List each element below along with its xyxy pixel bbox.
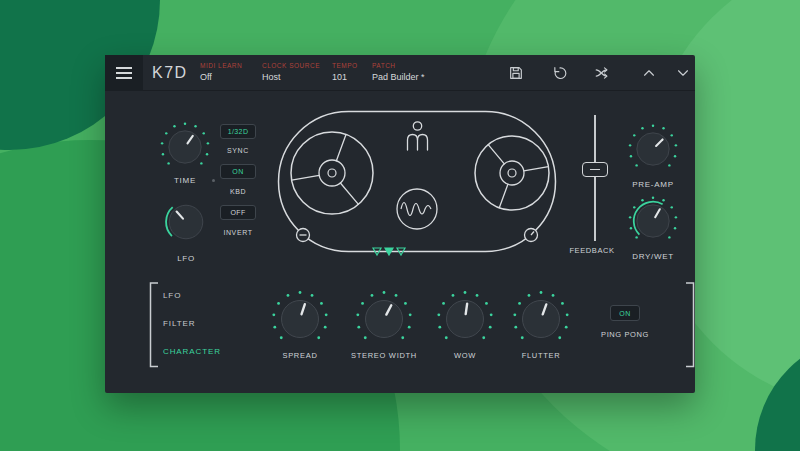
midi-learn-value[interactable]: Off: [200, 72, 212, 82]
tempo-label: TEMPO: [332, 62, 358, 69]
wow-knob[interactable]: [433, 287, 497, 351]
section-bracket-left: [149, 282, 159, 368]
invert-label: INVERT: [220, 229, 256, 236]
tempo-value[interactable]: 101: [332, 72, 347, 82]
patch-value[interactable]: Pad Builder *: [372, 72, 425, 82]
feedback-slider-track: [594, 115, 596, 241]
time-knob[interactable]: [157, 119, 213, 175]
clock-source-field: CLOCK SOURCE Host: [262, 55, 328, 91]
undo-icon[interactable]: [552, 65, 568, 81]
tab-filter[interactable]: FILTER: [163, 319, 195, 328]
tab-character[interactable]: CHARACTER: [163, 347, 221, 356]
lfo-knob-label: LFO: [157, 254, 215, 263]
invert-button[interactable]: OFF: [220, 205, 256, 220]
spread-label: SPREAD: [260, 351, 340, 360]
dry-wet-label: DRY/WET: [625, 252, 681, 261]
handle-grip: [590, 169, 600, 171]
sync-label: SYNC: [220, 147, 256, 154]
clock-source-value[interactable]: Host: [262, 72, 281, 82]
patch-label: PATCH: [372, 62, 396, 69]
sync-button[interactable]: 1/32D: [220, 124, 256, 139]
flutter-label: FLUTTER: [501, 351, 581, 360]
spread-knob[interactable]: [268, 287, 332, 351]
tempo-field: TEMPO 101: [332, 55, 372, 91]
ping-pong-button[interactable]: ON: [610, 305, 640, 321]
plugin-logo: K7D: [152, 55, 188, 91]
next-patch-icon[interactable]: [675, 65, 691, 81]
wow-label: WOW: [425, 351, 505, 360]
dry-wet-knob[interactable]: [625, 193, 681, 249]
waveform-display-icon: [397, 189, 437, 229]
pre-amp-knob[interactable]: [625, 121, 681, 177]
patch-field: PATCH Pad Builder *: [372, 55, 467, 91]
pre-amp-label: PRE-AMP: [625, 180, 681, 189]
menu-button[interactable]: [105, 55, 143, 91]
tape-body-outline: [279, 112, 556, 252]
ping-pong-label: PING PONG: [585, 330, 665, 339]
stereo-width-label: STEREO WIDTH: [344, 351, 424, 360]
midi-learn-field: MIDI LEARN Off: [200, 55, 258, 91]
plugin-window: K7D MIDI LEARN Off CLOCK SOURCE Host TEM…: [105, 55, 695, 393]
clock-circle-icon: [525, 229, 538, 242]
title-bar: K7D MIDI LEARN Off CLOCK SOURCE Host TEM…: [105, 55, 695, 91]
clock-source-label: CLOCK SOURCE: [262, 62, 320, 69]
tape-deck-graphic: [277, 110, 557, 258]
indicator-dot: [212, 179, 215, 182]
kbd-button[interactable]: ON: [220, 164, 256, 179]
time-knob-label: TIME: [157, 176, 213, 185]
midi-learn-label: MIDI LEARN: [200, 62, 242, 69]
kbd-label: KBD: [220, 188, 256, 195]
minus-circle-icon: [297, 229, 310, 242]
save-icon[interactable]: [508, 65, 524, 81]
previous-patch-icon[interactable]: [641, 65, 657, 81]
feedback-slider-handle[interactable]: [582, 162, 608, 177]
randomize-icon[interactable]: [594, 65, 610, 81]
tab-lfo[interactable]: LFO: [163, 291, 181, 300]
hamburger-icon: [116, 67, 132, 69]
feedback-label: FEEDBACK: [557, 246, 627, 255]
brand-logo-icon: [408, 122, 428, 150]
flutter-knob[interactable]: [509, 287, 573, 351]
stereo-width-knob[interactable]: [352, 287, 416, 351]
lfo-knob[interactable]: [157, 193, 215, 251]
section-bracket-right: [685, 282, 695, 368]
